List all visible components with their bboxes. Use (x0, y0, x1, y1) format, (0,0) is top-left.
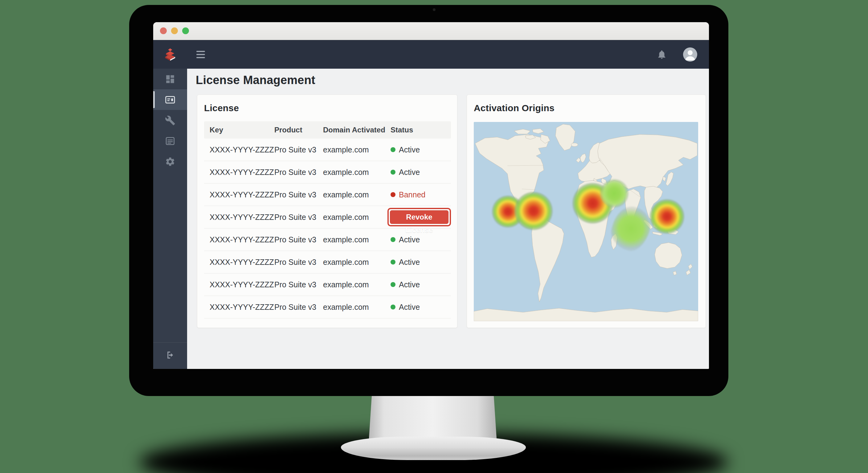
monitor-stand-base (341, 437, 526, 460)
heat-spot (572, 183, 613, 224)
status-label: Active (399, 235, 420, 244)
cell-status: Active (391, 303, 451, 312)
cell-key: XXXX-YYYY-ZZZZ (210, 168, 274, 177)
status-active-dot (391, 305, 396, 309)
heat-spot (515, 192, 553, 230)
cell-key: XXXX-YYYY-ZZZZ (210, 190, 274, 199)
cell-domain: example.com (323, 303, 391, 312)
status-active-dot (391, 237, 396, 242)
status-label: Active (399, 258, 420, 267)
cell-status: Active (391, 235, 451, 244)
cell-status: Banned (391, 190, 451, 199)
sidebar-item-settings[interactable] (153, 151, 187, 172)
status-label: Active (399, 168, 420, 177)
cell-domain: example.com (323, 280, 391, 289)
cell-product: Pro Suite v3 (274, 235, 323, 244)
gear-icon (165, 157, 176, 167)
window-titlebar (153, 22, 709, 40)
cell-domain: example.com (323, 235, 391, 244)
status-label: Active (399, 280, 420, 289)
status-active-dot (391, 260, 396, 265)
notifications-bell-icon[interactable] (656, 49, 667, 60)
cell-key: XXXX-YYYY-ZZZZ (210, 235, 274, 244)
highlight-ring: Revoke License (388, 208, 451, 226)
cell-status: Active (391, 280, 451, 289)
minimize-button[interactable] (171, 27, 178, 34)
license-table: Key Product Domain Activated Status XXXX… (204, 121, 451, 318)
sidebar-item-licenses[interactable] (153, 89, 187, 110)
table-row: XXXX-YYYY-ZZZZ Pro Suite v3 example.com … (204, 139, 451, 161)
cell-status: Active (391, 258, 451, 267)
revoke-license-button[interactable]: Revoke License (390, 210, 448, 224)
status-banned-dot (391, 192, 396, 197)
col-header-product: Product (274, 126, 323, 134)
monitor-bezel: License Management License Key Product D… (129, 5, 728, 396)
heat-spot (607, 202, 655, 255)
cell-domain: example.com (323, 145, 391, 154)
cell-product: Pro Suite v3 (274, 213, 323, 222)
status-label: Active (399, 303, 420, 312)
heat-spot (600, 179, 628, 208)
camera-dot (433, 8, 436, 11)
table-row: XXXX-YYYY-ZZZZ Pro Suite v3 example.com … (204, 206, 451, 229)
cell-product: Pro Suite v3 (274, 280, 323, 289)
world-heatmap (474, 122, 698, 321)
cell-key: XXXX-YYYY-ZZZZ (210, 213, 274, 222)
icon-sidebar (153, 69, 187, 369)
table-row: XXXX-YYYY-ZZZZ Pro Suite v3 example.com … (204, 183, 451, 206)
user-avatar[interactable] (683, 47, 697, 62)
monitor-stand-neck (369, 394, 497, 443)
stacked-layers-logo-icon (163, 47, 177, 62)
hamburger-menu-icon[interactable] (196, 51, 205, 58)
desktop-background: License Management License Key Product D… (0, 0, 868, 473)
col-header-domain: Domain Activated (323, 126, 391, 134)
maximize-button[interactable] (182, 27, 189, 34)
sidebar-item-dashboard[interactable] (153, 69, 187, 89)
main-content: License Management License Key Product D… (187, 69, 709, 369)
sidebar-divider (153, 342, 187, 343)
status-label: Active (399, 145, 420, 154)
cell-product: Pro Suite v3 (274, 258, 323, 267)
cell-key: XXXX-YYYY-ZZZZ (210, 280, 274, 289)
activation-origins-card: Activation Origins (467, 95, 706, 328)
table-row: XXXX-YYYY-ZZZZ Pro Suite v3 example.com … (204, 161, 451, 183)
cell-status: Active (391, 145, 451, 154)
status-active-dot (391, 147, 396, 152)
table-header-row: Key Product Domain Activated Status (204, 121, 451, 139)
table-row: XXXX-YYYY-ZZZZ Pro Suite v3 example.com … (204, 251, 451, 273)
cell-status: Revoke License (388, 208, 451, 226)
heat-spot (650, 199, 684, 234)
top-navbar (153, 40, 709, 69)
cell-domain: example.com (323, 258, 391, 267)
close-button[interactable] (160, 27, 167, 34)
cell-key: XXXX-YYYY-ZZZZ (210, 258, 274, 267)
license-card-icon (165, 95, 176, 105)
status-active-dot (391, 170, 396, 175)
cell-product: Pro Suite v3 (274, 190, 323, 199)
sidebar-item-reports[interactable] (153, 131, 187, 151)
sidebar-item-tools[interactable] (153, 110, 187, 131)
sign-out-icon (165, 350, 175, 360)
license-card-title: License (204, 103, 450, 113)
cell-product: Pro Suite v3 (274, 168, 323, 177)
wrench-icon (165, 115, 176, 126)
heatmap-layer (474, 122, 698, 321)
brand-logo (153, 47, 187, 62)
map-card-title: Activation Origins (474, 103, 699, 113)
app-window: License Management License Key Product D… (153, 22, 709, 369)
table-row: XXXX-YYYY-ZZZZ Pro Suite v3 example.com … (204, 273, 451, 296)
cell-product: Pro Suite v3 (274, 303, 323, 312)
cell-status: Active (391, 168, 451, 177)
cell-product: Pro Suite v3 (274, 145, 323, 154)
cell-domain: example.com (323, 190, 391, 199)
page-title: License Management (196, 74, 315, 87)
col-header-key: Key (210, 126, 274, 134)
table-row: XXXX-YYYY-ZZZZ Pro Suite v3 example.com … (204, 296, 451, 318)
license-card: License Key Product Domain Activated Sta… (197, 95, 458, 328)
cell-key: XXXX-YYYY-ZZZZ (210, 303, 274, 312)
dashboard-icon (165, 74, 176, 85)
col-header-status: Status (391, 126, 451, 134)
heat-spot (492, 196, 524, 228)
sidebar-item-logout[interactable] (153, 346, 187, 364)
cell-key: XXXX-YYYY-ZZZZ (210, 145, 274, 154)
